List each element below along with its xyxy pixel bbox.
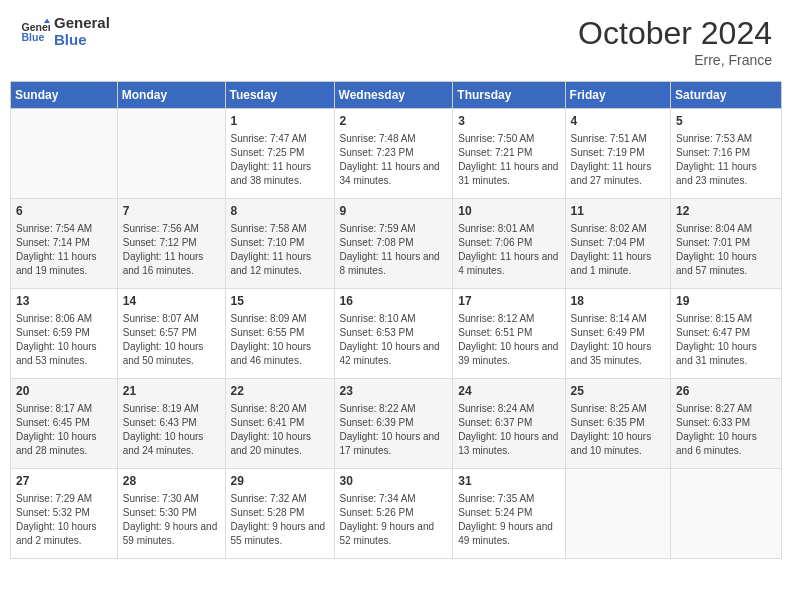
day-info: Sunrise: 8:15 AM Sunset: 6:47 PM Dayligh… (676, 312, 776, 368)
day-number: 28 (123, 473, 220, 490)
day-number: 2 (340, 113, 448, 130)
day-info: Sunrise: 7:50 AM Sunset: 7:21 PM Dayligh… (458, 132, 559, 188)
day-number: 13 (16, 293, 112, 310)
weekday-header-wednesday: Wednesday (334, 82, 453, 109)
day-info: Sunrise: 8:14 AM Sunset: 6:49 PM Dayligh… (571, 312, 665, 368)
day-info: Sunrise: 7:35 AM Sunset: 5:24 PM Dayligh… (458, 492, 559, 548)
calendar-cell: 26Sunrise: 8:27 AM Sunset: 6:33 PM Dayli… (671, 379, 782, 469)
calendar-cell: 19Sunrise: 8:15 AM Sunset: 6:47 PM Dayli… (671, 289, 782, 379)
calendar-cell: 1Sunrise: 7:47 AM Sunset: 7:25 PM Daylig… (225, 109, 334, 199)
day-number: 3 (458, 113, 559, 130)
calendar-cell: 7Sunrise: 7:56 AM Sunset: 7:12 PM Daylig… (117, 199, 225, 289)
day-number: 20 (16, 383, 112, 400)
day-number: 31 (458, 473, 559, 490)
day-number: 9 (340, 203, 448, 220)
calendar-cell (565, 469, 670, 559)
day-number: 5 (676, 113, 776, 130)
day-info: Sunrise: 8:10 AM Sunset: 6:53 PM Dayligh… (340, 312, 448, 368)
calendar-cell: 9Sunrise: 7:59 AM Sunset: 7:08 PM Daylig… (334, 199, 453, 289)
calendar-cell: 25Sunrise: 8:25 AM Sunset: 6:35 PM Dayli… (565, 379, 670, 469)
calendar-table: SundayMondayTuesdayWednesdayThursdayFrid… (10, 81, 782, 559)
day-number: 8 (231, 203, 329, 220)
day-info: Sunrise: 8:12 AM Sunset: 6:51 PM Dayligh… (458, 312, 559, 368)
day-info: Sunrise: 7:58 AM Sunset: 7:10 PM Dayligh… (231, 222, 329, 278)
calendar-cell: 4Sunrise: 7:51 AM Sunset: 7:19 PM Daylig… (565, 109, 670, 199)
calendar-cell: 28Sunrise: 7:30 AM Sunset: 5:30 PM Dayli… (117, 469, 225, 559)
day-number: 18 (571, 293, 665, 310)
day-number: 21 (123, 383, 220, 400)
day-info: Sunrise: 7:48 AM Sunset: 7:23 PM Dayligh… (340, 132, 448, 188)
calendar-cell (117, 109, 225, 199)
title-area: October 2024 Erre, France (578, 15, 772, 68)
day-info: Sunrise: 7:34 AM Sunset: 5:26 PM Dayligh… (340, 492, 448, 548)
day-number: 14 (123, 293, 220, 310)
day-info: Sunrise: 8:04 AM Sunset: 7:01 PM Dayligh… (676, 222, 776, 278)
calendar-cell: 24Sunrise: 8:24 AM Sunset: 6:37 PM Dayli… (453, 379, 565, 469)
day-number: 7 (123, 203, 220, 220)
calendar-cell: 11Sunrise: 8:02 AM Sunset: 7:04 PM Dayli… (565, 199, 670, 289)
calendar-week-row: 13Sunrise: 8:06 AM Sunset: 6:59 PM Dayli… (11, 289, 782, 379)
calendar-cell: 14Sunrise: 8:07 AM Sunset: 6:57 PM Dayli… (117, 289, 225, 379)
calendar-cell: 27Sunrise: 7:29 AM Sunset: 5:32 PM Dayli… (11, 469, 118, 559)
calendar-cell: 10Sunrise: 8:01 AM Sunset: 7:06 PM Dayli… (453, 199, 565, 289)
day-info: Sunrise: 7:29 AM Sunset: 5:32 PM Dayligh… (16, 492, 112, 548)
weekday-header-thursday: Thursday (453, 82, 565, 109)
calendar-cell: 30Sunrise: 7:34 AM Sunset: 5:26 PM Dayli… (334, 469, 453, 559)
day-number: 25 (571, 383, 665, 400)
day-info: Sunrise: 7:30 AM Sunset: 5:30 PM Dayligh… (123, 492, 220, 548)
day-info: Sunrise: 8:07 AM Sunset: 6:57 PM Dayligh… (123, 312, 220, 368)
day-info: Sunrise: 7:59 AM Sunset: 7:08 PM Dayligh… (340, 222, 448, 278)
day-number: 16 (340, 293, 448, 310)
day-number: 15 (231, 293, 329, 310)
day-number: 29 (231, 473, 329, 490)
location-label: Erre, France (578, 52, 772, 68)
day-info: Sunrise: 8:01 AM Sunset: 7:06 PM Dayligh… (458, 222, 559, 278)
day-number: 6 (16, 203, 112, 220)
day-info: Sunrise: 8:19 AM Sunset: 6:43 PM Dayligh… (123, 402, 220, 458)
day-info: Sunrise: 8:17 AM Sunset: 6:45 PM Dayligh… (16, 402, 112, 458)
page-header: General Blue General Blue October 2024 E… (10, 10, 782, 73)
calendar-cell: 6Sunrise: 7:54 AM Sunset: 7:14 PM Daylig… (11, 199, 118, 289)
calendar-cell (11, 109, 118, 199)
day-info: Sunrise: 8:09 AM Sunset: 6:55 PM Dayligh… (231, 312, 329, 368)
day-number: 23 (340, 383, 448, 400)
day-info: Sunrise: 8:20 AM Sunset: 6:41 PM Dayligh… (231, 402, 329, 458)
day-number: 10 (458, 203, 559, 220)
weekday-header-sunday: Sunday (11, 82, 118, 109)
day-number: 30 (340, 473, 448, 490)
weekday-header-saturday: Saturday (671, 82, 782, 109)
logo-icon: General Blue (20, 17, 50, 47)
day-number: 19 (676, 293, 776, 310)
day-info: Sunrise: 8:24 AM Sunset: 6:37 PM Dayligh… (458, 402, 559, 458)
month-year-title: October 2024 (578, 15, 772, 52)
logo: General Blue General Blue (20, 15, 110, 48)
svg-text:Blue: Blue (22, 31, 45, 43)
calendar-cell: 18Sunrise: 8:14 AM Sunset: 6:49 PM Dayli… (565, 289, 670, 379)
day-info: Sunrise: 7:53 AM Sunset: 7:16 PM Dayligh… (676, 132, 776, 188)
calendar-cell: 13Sunrise: 8:06 AM Sunset: 6:59 PM Dayli… (11, 289, 118, 379)
day-number: 22 (231, 383, 329, 400)
day-number: 27 (16, 473, 112, 490)
day-info: Sunrise: 7:54 AM Sunset: 7:14 PM Dayligh… (16, 222, 112, 278)
calendar-cell: 3Sunrise: 7:50 AM Sunset: 7:21 PM Daylig… (453, 109, 565, 199)
calendar-cell: 16Sunrise: 8:10 AM Sunset: 6:53 PM Dayli… (334, 289, 453, 379)
day-number: 4 (571, 113, 665, 130)
weekday-header-monday: Monday (117, 82, 225, 109)
calendar-cell (671, 469, 782, 559)
day-info: Sunrise: 7:56 AM Sunset: 7:12 PM Dayligh… (123, 222, 220, 278)
weekday-header-tuesday: Tuesday (225, 82, 334, 109)
day-info: Sunrise: 8:22 AM Sunset: 6:39 PM Dayligh… (340, 402, 448, 458)
logo-line2: Blue (54, 32, 110, 49)
day-number: 12 (676, 203, 776, 220)
day-info: Sunrise: 8:06 AM Sunset: 6:59 PM Dayligh… (16, 312, 112, 368)
calendar-cell: 22Sunrise: 8:20 AM Sunset: 6:41 PM Dayli… (225, 379, 334, 469)
calendar-cell: 21Sunrise: 8:19 AM Sunset: 6:43 PM Dayli… (117, 379, 225, 469)
calendar-cell: 23Sunrise: 8:22 AM Sunset: 6:39 PM Dayli… (334, 379, 453, 469)
calendar-week-row: 1Sunrise: 7:47 AM Sunset: 7:25 PM Daylig… (11, 109, 782, 199)
calendar-cell: 17Sunrise: 8:12 AM Sunset: 6:51 PM Dayli… (453, 289, 565, 379)
calendar-cell: 31Sunrise: 7:35 AM Sunset: 5:24 PM Dayli… (453, 469, 565, 559)
calendar-cell: 20Sunrise: 8:17 AM Sunset: 6:45 PM Dayli… (11, 379, 118, 469)
day-info: Sunrise: 7:47 AM Sunset: 7:25 PM Dayligh… (231, 132, 329, 188)
calendar-cell: 29Sunrise: 7:32 AM Sunset: 5:28 PM Dayli… (225, 469, 334, 559)
day-info: Sunrise: 8:02 AM Sunset: 7:04 PM Dayligh… (571, 222, 665, 278)
